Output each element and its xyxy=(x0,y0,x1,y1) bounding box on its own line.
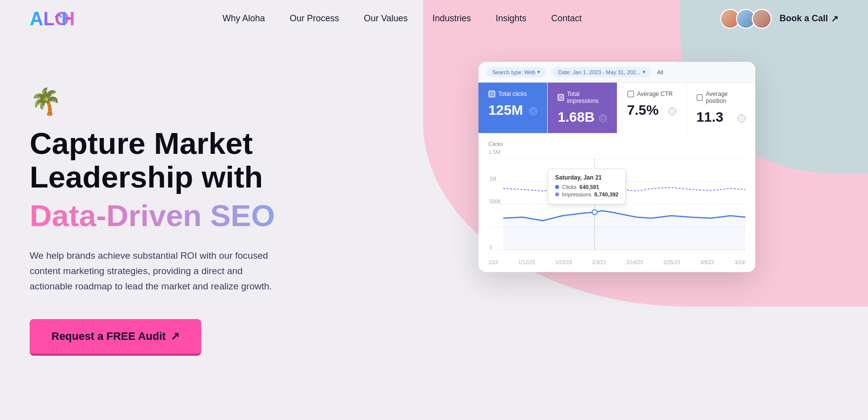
metrics-row: ✓ Total clicks 125M ⓘ ✓ Total impres xyxy=(478,83,755,133)
metric-avg-position: Average position 11.3 ⓘ xyxy=(687,83,755,133)
avatar-group xyxy=(720,9,772,29)
avatar xyxy=(752,9,772,29)
svg-text:0: 0 xyxy=(489,244,492,250)
book-call-label: Book a Call xyxy=(780,13,828,24)
nav-item-our-process[interactable]: Our Process xyxy=(290,13,339,24)
metric-checkbox-ctr[interactable] xyxy=(627,91,634,97)
cta-label: Request a FREE Audit xyxy=(51,330,166,343)
book-call-button[interactable]: Book a Call ↗ xyxy=(780,13,838,24)
metric-total-clicks: ✓ Total clicks 125M ⓘ xyxy=(478,83,548,133)
metric-label-ctr: Average CTR xyxy=(637,91,673,97)
cta-audit-button[interactable]: Request a FREE Audit ↗ xyxy=(30,319,201,356)
metric-avg-ctr: Average CTR 7.5% ⓘ xyxy=(617,83,687,133)
tooltip-impressions-dot xyxy=(555,192,559,196)
metric-total-impressions: ✓ Total impressions 1.68B ⓘ xyxy=(548,83,617,133)
hero-content: 🌴 Capture Market Leadership with Data-Dr… xyxy=(30,57,376,356)
metric-label-clicks: Total clicks xyxy=(498,91,527,97)
metric-value-position: 11.3 xyxy=(696,109,724,125)
svg-text:H: H xyxy=(61,8,75,29)
chart-tooltip: Saturday, Jan 21 Clicks 640,591 Impressi… xyxy=(548,169,626,204)
tooltip-clicks-row: Clicks 640,591 xyxy=(555,184,618,190)
hero-title-line1: Capture Market xyxy=(30,126,253,160)
metric-value-ctr: 7.5% xyxy=(627,102,659,118)
hero-title: Capture Market Leadership with xyxy=(30,127,376,194)
hero-description: We help brands achieve substantial ROI w… xyxy=(30,248,287,294)
filter-search-type[interactable]: Search type: Web ▾ xyxy=(486,67,546,77)
metric-info-position: ⓘ xyxy=(738,114,745,122)
metric-info-ctr: ⓘ xyxy=(668,107,676,115)
hero-title-line2: Leadership with xyxy=(30,160,263,194)
svg-text:500K: 500K xyxy=(489,199,501,204)
tooltip-clicks-dot xyxy=(555,185,559,189)
filter-date[interactable]: Date: Jan 1, 2023 - May 31, 202... ▾ xyxy=(552,67,651,77)
chart-x-labels: 1/23 1/12/23 1/23/23 2/3/23 2/14/23 2/25… xyxy=(488,258,745,267)
logo[interactable]: ALO H xyxy=(30,7,84,30)
palm-tree-icon: 🌴 xyxy=(30,87,376,117)
chart-svg-container: 1M 500K 0 xyxy=(488,159,745,258)
metric-info-impressions: ⓘ xyxy=(599,114,607,122)
nav-item-insights[interactable]: Insights xyxy=(496,13,526,24)
navbar: ALO H Why Aloha Our Process Our Values xyxy=(0,0,868,37)
metric-checkbox-impressions[interactable]: ✓ xyxy=(558,94,564,101)
nav-right: Book a Call ↗ xyxy=(720,9,838,29)
dashboard-card: Search type: Web ▾ Date: Jan 1, 2023 - M… xyxy=(478,62,755,272)
nav-item-industries[interactable]: Industries xyxy=(433,13,471,24)
tooltip-date: Saturday, Jan 21 xyxy=(555,174,618,181)
nav-item-why-aloha[interactable]: Why Aloha xyxy=(222,13,265,24)
metric-label-impressions: Total impressions xyxy=(567,91,607,104)
filter-all: All xyxy=(657,69,663,75)
hero-dashboard: Search type: Web ▾ Date: Jan 1, 2023 - M… xyxy=(376,57,838,272)
chart-area: Clicks 1.5M 1M 500K 0 xyxy=(478,133,755,272)
nav-item-our-values[interactable]: Our Values xyxy=(364,13,408,24)
nav-links: Why Aloha Our Process Our Values Industr… xyxy=(222,13,582,24)
logo-svg: ALO H xyxy=(30,7,84,30)
metric-info-clicks: ⓘ xyxy=(529,107,537,115)
hero-section: 🌴 Capture Market Leadership with Data-Dr… xyxy=(0,37,868,420)
chart-y-max: 1.5M xyxy=(488,149,745,155)
cta-arrow-icon: ↗ xyxy=(171,330,179,343)
metric-checkbox-position[interactable] xyxy=(696,94,703,101)
metric-value-clicks: 125M xyxy=(488,102,523,118)
hero-title-gradient: Data-Driven SEO xyxy=(30,199,376,233)
nav-item-contact[interactable]: Contact xyxy=(551,13,582,24)
svg-text:1M: 1M xyxy=(489,176,496,182)
dashboard-filter-bar: Search type: Web ▾ Date: Jan 1, 2023 - M… xyxy=(478,62,755,83)
tooltip-impressions-row: Impressions 8,740,392 xyxy=(555,191,618,197)
metric-label-position: Average position xyxy=(706,91,745,104)
metric-value-impressions: 1.68B xyxy=(558,109,595,125)
metric-checkbox-clicks[interactable]: ✓ xyxy=(488,91,495,97)
book-call-arrow-icon: ↗ xyxy=(831,13,838,24)
chart-y-label: Clicks xyxy=(488,141,745,147)
